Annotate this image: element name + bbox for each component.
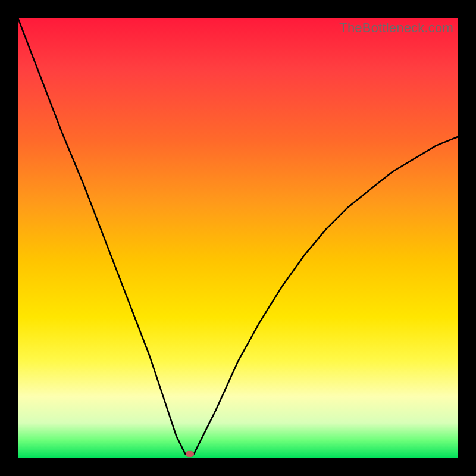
bottleneck-curve xyxy=(18,18,458,454)
optimal-marker xyxy=(186,451,194,457)
curve-svg xyxy=(18,18,458,458)
chart-frame: TheBottleneck.com xyxy=(0,0,476,476)
plot-area: TheBottleneck.com xyxy=(18,18,458,458)
